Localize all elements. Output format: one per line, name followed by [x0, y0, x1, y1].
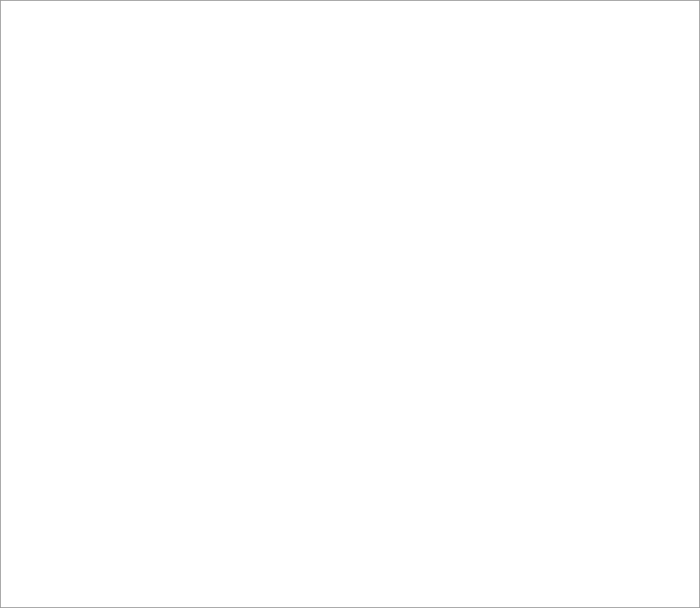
uml-diagram: [0, 0, 700, 608]
